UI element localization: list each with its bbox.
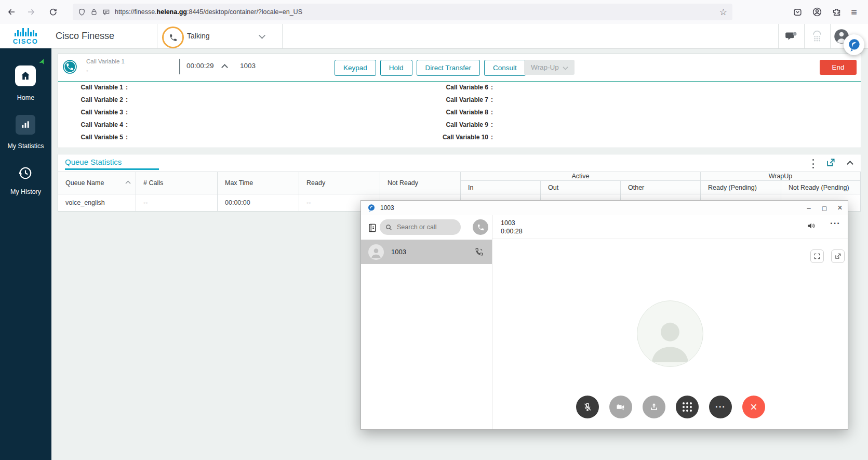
share-screen-button[interactable] <box>643 396 665 418</box>
pocket-icon[interactable] <box>790 5 805 19</box>
url-suffix: :8445/desktop/container/?locale=en_US <box>187 8 302 16</box>
more-options-icon[interactable]: ··· <box>830 218 840 229</box>
sidebar: Home My Statistics My History <box>0 48 51 460</box>
call-control-gadget: Call Variable 1 - 00:00:29 1003 Keypad H… <box>58 54 861 148</box>
more-actions-button[interactable]: ··· <box>709 396 732 418</box>
softphone-titlebar[interactable]: 1003 – ▢ × <box>361 201 848 215</box>
search-bar[interactable] <box>380 219 461 235</box>
forward-button[interactable] <box>23 4 39 20</box>
call-variable-row: Call Variable 8: <box>423 109 493 119</box>
refresh-icon <box>49 8 57 16</box>
call-party-name: 1003 <box>501 219 515 227</box>
column-header: Ready <box>299 172 380 194</box>
dialpad-icon[interactable] <box>807 24 827 48</box>
account-icon[interactable] <box>810 5 824 19</box>
sidebar-item-label: Home <box>0 94 51 101</box>
fullscreen-button[interactable] <box>810 249 824 263</box>
back-arrow-icon <box>7 8 16 16</box>
hold-button[interactable]: Hold <box>380 60 412 76</box>
call-variable-row: Call Variable 10: <box>423 134 493 144</box>
share-icon <box>649 402 659 412</box>
active-tab-underline <box>65 168 159 170</box>
close-button[interactable]: × <box>832 201 848 215</box>
column-header: # Calls <box>136 172 218 194</box>
call-info-separator <box>58 81 861 82</box>
call-action-buttons: Keypad Hold Direct Transfer Consult <box>335 60 526 76</box>
chevron-down-icon <box>563 64 568 70</box>
popout-icon[interactable] <box>825 157 836 168</box>
window-controls: – ▢ × <box>801 201 848 215</box>
direct-transfer-button[interactable]: Direct Transfer <box>417 60 480 76</box>
active-call-icon <box>62 59 77 74</box>
microphone-muted-icon <box>582 402 593 412</box>
call-variable-row: Call Variable 9: <box>423 121 493 132</box>
call-variable-row: Call Variable 6: <box>423 84 493 94</box>
call-search-button[interactable] <box>473 219 488 235</box>
chat-icon[interactable] <box>781 24 801 48</box>
ellipsis-icon: ··· <box>715 402 726 412</box>
end-call-button[interactable]: End <box>820 60 857 75</box>
remote-party-avatar <box>637 300 703 367</box>
back-button[interactable] <box>3 4 20 20</box>
bookmark-star-icon[interactable]: ☆ <box>719 7 727 18</box>
finesse-header: CISCO Cisco Finesse Talking <box>0 24 868 49</box>
sub-header: Ready (Pending) <box>701 181 781 194</box>
call-variable-row: Call Variable 2: <box>58 96 128 107</box>
call-duration: 0:00:28 <box>501 228 523 235</box>
jabber-floating-icon[interactable] <box>844 34 864 55</box>
video-button[interactable] <box>609 396 632 418</box>
refresh-button[interactable] <box>45 4 61 20</box>
keypad-button[interactable]: Keypad <box>335 60 376 76</box>
url-text: https://finesse.helena.gg:8445/desktop/c… <box>115 8 715 16</box>
mute-microphone-button[interactable] <box>576 396 599 418</box>
url-bar[interactable]: https://finesse.helena.gg:8445/desktop/c… <box>73 4 732 20</box>
column-header-queue-name[interactable]: Queue Name <box>58 172 136 194</box>
call-participant: 1003 <box>240 62 256 70</box>
history-icon <box>16 163 35 183</box>
group-header-active: Active <box>461 172 701 181</box>
minimize-button[interactable]: – <box>801 201 817 215</box>
kebab-menu-icon[interactable] <box>809 159 817 168</box>
search-icon <box>385 224 392 231</box>
speaker-icon[interactable] <box>806 221 816 231</box>
softphone-window-title: 1003 <box>380 204 394 212</box>
phonebook-icon[interactable] <box>367 222 377 233</box>
popout-video-button[interactable] <box>831 249 845 263</box>
sub-header: Not Ready (Pending) <box>781 181 861 194</box>
wrapup-button[interactable]: Wrap-Up <box>524 60 575 75</box>
search-input[interactable] <box>396 223 455 231</box>
collapse-call-info-icon[interactable] <box>221 64 228 71</box>
talking-phone-icon <box>162 27 184 48</box>
call-variable-row: Call Variable 5: <box>58 134 128 144</box>
call-timer: 00:00:29 <box>186 62 214 70</box>
table-cell-calls: -- <box>136 194 218 211</box>
shield-icon <box>78 8 86 16</box>
call-variable-label: Call Variable 1 <box>86 58 125 64</box>
keypad-button[interactable] <box>676 396 699 418</box>
column-header: Max Time <box>218 172 299 194</box>
fullscreen-icon <box>813 253 821 260</box>
softphone-body: 1003 1003 0:00:28 ··· <box>361 215 848 429</box>
consult-button[interactable]: Consult <box>484 60 526 76</box>
end-call-button[interactable]: × <box>742 396 765 418</box>
menu-button[interactable]: ≡ <box>847 5 861 19</box>
cisco-logo-bars <box>9 28 42 36</box>
chevron-down-icon <box>259 32 265 39</box>
keypad-icon <box>683 402 692 412</box>
table-cell-max-time: 00:00:00 <box>218 194 299 211</box>
sidebar-item-label: My Statistics <box>0 142 51 150</box>
permissions-icon[interactable] <box>102 8 110 16</box>
queue-statistics-tab[interactable]: Queue Statistics <box>65 157 122 166</box>
sort-ascending-icon <box>125 180 130 186</box>
screen: https://finesse.helena.gg:8445/desktop/c… <box>0 0 868 460</box>
sub-header: In <box>461 181 541 194</box>
pin-icon <box>38 59 45 65</box>
softphone-contact-pane: 1003 <box>361 215 492 429</box>
softphone-window: 1003 – ▢ × <box>360 200 848 430</box>
contact-list-item[interactable]: 1003 <box>361 240 492 264</box>
softphone-call-pane: 1003 0:00:28 ··· <box>492 215 848 429</box>
extensions-puzzle-icon[interactable] <box>829 5 844 19</box>
app-title: Cisco Finesse <box>56 24 114 48</box>
collapse-gadget-icon[interactable] <box>847 161 853 167</box>
maximize-button[interactable]: ▢ <box>817 201 832 215</box>
